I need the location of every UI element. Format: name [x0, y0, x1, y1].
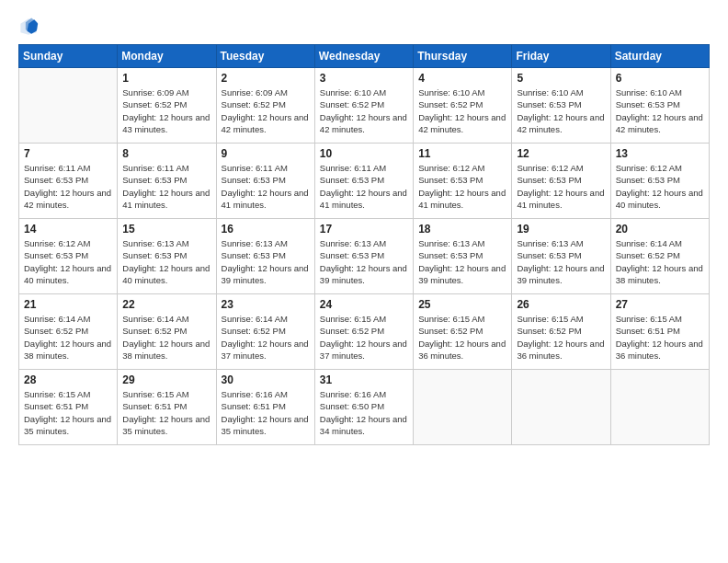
calendar-week-row: 14 Sunrise: 6:12 AMSunset: 6:53 PMDaylig… [19, 219, 710, 294]
calendar-cell: 17 Sunrise: 6:13 AMSunset: 6:53 PMDaylig… [314, 219, 413, 294]
day-number: 5 [517, 72, 605, 85]
page: SundayMondayTuesdayWednesdayThursdayFrid… [0, 0, 728, 563]
calendar-cell: 6 Sunrise: 6:10 AMSunset: 6:53 PMDayligh… [610, 68, 709, 144]
day-number: 15 [122, 223, 210, 236]
calendar-cell: 21 Sunrise: 6:14 AMSunset: 6:52 PMDaylig… [19, 294, 118, 370]
day-detail: Sunrise: 6:15 AMSunset: 6:51 PMDaylight:… [122, 388, 210, 437]
day-number: 23 [222, 298, 310, 311]
day-detail: Sunrise: 6:16 AMSunset: 6:50 PMDaylight:… [320, 388, 408, 437]
logo [18, 17, 42, 37]
day-detail: Sunrise: 6:11 AMSunset: 6:53 PMDaylight:… [320, 162, 408, 211]
day-number: 22 [122, 298, 210, 311]
calendar-cell: 8 Sunrise: 6:11 AMSunset: 6:53 PMDayligh… [118, 144, 216, 219]
calendar-cell: 18 Sunrise: 6:13 AMSunset: 6:53 PMDaylig… [414, 219, 512, 294]
calendar-table: SundayMondayTuesdayWednesdayThursdayFrid… [18, 44, 710, 445]
calendar-body: 1 Sunrise: 6:09 AMSunset: 6:52 PMDayligh… [19, 68, 710, 445]
calendar-cell [414, 370, 512, 445]
calendar-cell: 19 Sunrise: 6:13 AMSunset: 6:53 PMDaylig… [512, 219, 610, 294]
day-number: 13 [616, 147, 704, 160]
day-number: 14 [24, 223, 112, 236]
calendar-cell: 11 Sunrise: 6:12 AMSunset: 6:53 PMDaylig… [414, 144, 512, 219]
calendar-cell: 15 Sunrise: 6:13 AMSunset: 6:53 PMDaylig… [118, 219, 216, 294]
day-number: 31 [320, 373, 408, 386]
weekday-header: Monday [118, 45, 216, 68]
day-detail: Sunrise: 6:09 AMSunset: 6:52 PMDaylight:… [222, 86, 310, 135]
weekday-header: Wednesday [314, 45, 413, 68]
day-detail: Sunrise: 6:15 AMSunset: 6:52 PMDaylight:… [418, 313, 506, 362]
calendar-cell: 5 Sunrise: 6:10 AMSunset: 6:53 PMDayligh… [512, 68, 610, 144]
calendar-cell: 22 Sunrise: 6:14 AMSunset: 6:52 PMDaylig… [118, 294, 216, 370]
day-number: 25 [418, 298, 506, 311]
calendar-cell [19, 68, 118, 144]
day-detail: Sunrise: 6:12 AMSunset: 6:53 PMDaylight:… [418, 162, 506, 211]
day-detail: Sunrise: 6:13 AMSunset: 6:53 PMDaylight:… [517, 237, 605, 286]
day-detail: Sunrise: 6:15 AMSunset: 6:51 PMDaylight:… [24, 388, 112, 437]
weekday-header: Saturday [610, 45, 709, 68]
day-detail: Sunrise: 6:09 AMSunset: 6:52 PMDaylight:… [122, 86, 210, 135]
day-detail: Sunrise: 6:15 AMSunset: 6:52 PMDaylight:… [517, 313, 605, 362]
day-detail: Sunrise: 6:14 AMSunset: 6:52 PMDaylight:… [616, 237, 704, 286]
calendar-week-row: 28 Sunrise: 6:15 AMSunset: 6:51 PMDaylig… [19, 370, 710, 445]
day-detail: Sunrise: 6:14 AMSunset: 6:52 PMDaylight:… [24, 313, 112, 362]
day-detail: Sunrise: 6:16 AMSunset: 6:51 PMDaylight:… [222, 388, 310, 437]
calendar-cell: 28 Sunrise: 6:15 AMSunset: 6:51 PMDaylig… [19, 370, 118, 445]
day-detail: Sunrise: 6:13 AMSunset: 6:53 PMDaylight:… [320, 237, 408, 286]
day-detail: Sunrise: 6:13 AMSunset: 6:53 PMDaylight:… [122, 237, 210, 286]
day-number: 11 [418, 147, 506, 160]
calendar-cell: 29 Sunrise: 6:15 AMSunset: 6:51 PMDaylig… [118, 370, 216, 445]
day-number: 24 [320, 298, 408, 311]
day-number: 3 [320, 72, 408, 85]
calendar-cell: 26 Sunrise: 6:15 AMSunset: 6:52 PMDaylig… [512, 294, 610, 370]
calendar-header: SundayMondayTuesdayWednesdayThursdayFrid… [19, 45, 710, 68]
day-detail: Sunrise: 6:12 AMSunset: 6:53 PMDaylight:… [616, 162, 704, 211]
day-number: 1 [122, 72, 210, 85]
calendar-cell: 16 Sunrise: 6:13 AMSunset: 6:53 PMDaylig… [216, 219, 314, 294]
calendar-cell: 31 Sunrise: 6:16 AMSunset: 6:50 PMDaylig… [314, 370, 413, 445]
day-detail: Sunrise: 6:15 AMSunset: 6:52 PMDaylight:… [320, 313, 408, 362]
calendar-cell [512, 370, 610, 445]
calendar-cell: 24 Sunrise: 6:15 AMSunset: 6:52 PMDaylig… [314, 294, 413, 370]
day-detail: Sunrise: 6:10 AMSunset: 6:53 PMDaylight:… [517, 86, 605, 135]
calendar-cell [610, 370, 709, 445]
day-detail: Sunrise: 6:11 AMSunset: 6:53 PMDaylight:… [24, 162, 112, 211]
calendar-week-row: 7 Sunrise: 6:11 AMSunset: 6:53 PMDayligh… [19, 144, 710, 219]
header-area [18, 17, 710, 37]
calendar-cell: 4 Sunrise: 6:10 AMSunset: 6:52 PMDayligh… [414, 68, 512, 144]
weekday-header: Friday [512, 45, 610, 68]
calendar-cell: 25 Sunrise: 6:15 AMSunset: 6:52 PMDaylig… [414, 294, 512, 370]
day-number: 17 [320, 223, 408, 236]
day-detail: Sunrise: 6:13 AMSunset: 6:53 PMDaylight:… [418, 237, 506, 286]
day-number: 28 [24, 373, 112, 386]
day-number: 30 [222, 373, 310, 386]
weekday-header: Sunday [19, 45, 118, 68]
day-detail: Sunrise: 6:14 AMSunset: 6:52 PMDaylight:… [222, 313, 310, 362]
day-detail: Sunrise: 6:13 AMSunset: 6:53 PMDaylight:… [222, 237, 310, 286]
day-number: 12 [517, 147, 605, 160]
day-detail: Sunrise: 6:11 AMSunset: 6:53 PMDaylight:… [122, 162, 210, 211]
calendar-cell: 2 Sunrise: 6:09 AMSunset: 6:52 PMDayligh… [216, 68, 314, 144]
calendar-cell: 10 Sunrise: 6:11 AMSunset: 6:53 PMDaylig… [314, 144, 413, 219]
calendar-cell: 27 Sunrise: 6:15 AMSunset: 6:51 PMDaylig… [610, 294, 709, 370]
day-number: 19 [517, 223, 605, 236]
day-number: 20 [616, 223, 704, 236]
day-number: 8 [122, 147, 210, 160]
day-number: 4 [418, 72, 506, 85]
weekday-row: SundayMondayTuesdayWednesdayThursdayFrid… [19, 45, 710, 68]
day-detail: Sunrise: 6:12 AMSunset: 6:53 PMDaylight:… [517, 162, 605, 211]
calendar-week-row: 21 Sunrise: 6:14 AMSunset: 6:52 PMDaylig… [19, 294, 710, 370]
day-number: 29 [122, 373, 210, 386]
day-detail: Sunrise: 6:10 AMSunset: 6:53 PMDaylight:… [616, 86, 704, 135]
calendar-cell: 13 Sunrise: 6:12 AMSunset: 6:53 PMDaylig… [610, 144, 709, 219]
day-detail: Sunrise: 6:12 AMSunset: 6:53 PMDaylight:… [24, 237, 112, 286]
calendar-cell: 9 Sunrise: 6:11 AMSunset: 6:53 PMDayligh… [216, 144, 314, 219]
day-detail: Sunrise: 6:10 AMSunset: 6:52 PMDaylight:… [418, 86, 506, 135]
calendar-cell: 14 Sunrise: 6:12 AMSunset: 6:53 PMDaylig… [19, 219, 118, 294]
day-number: 16 [222, 223, 310, 236]
day-number: 10 [320, 147, 408, 160]
day-detail: Sunrise: 6:11 AMSunset: 6:53 PMDaylight:… [222, 162, 310, 211]
day-number: 18 [418, 223, 506, 236]
logo-icon [18, 17, 39, 37]
day-number: 2 [222, 72, 310, 85]
calendar-cell: 12 Sunrise: 6:12 AMSunset: 6:53 PMDaylig… [512, 144, 610, 219]
calendar-week-row: 1 Sunrise: 6:09 AMSunset: 6:52 PMDayligh… [19, 68, 710, 144]
